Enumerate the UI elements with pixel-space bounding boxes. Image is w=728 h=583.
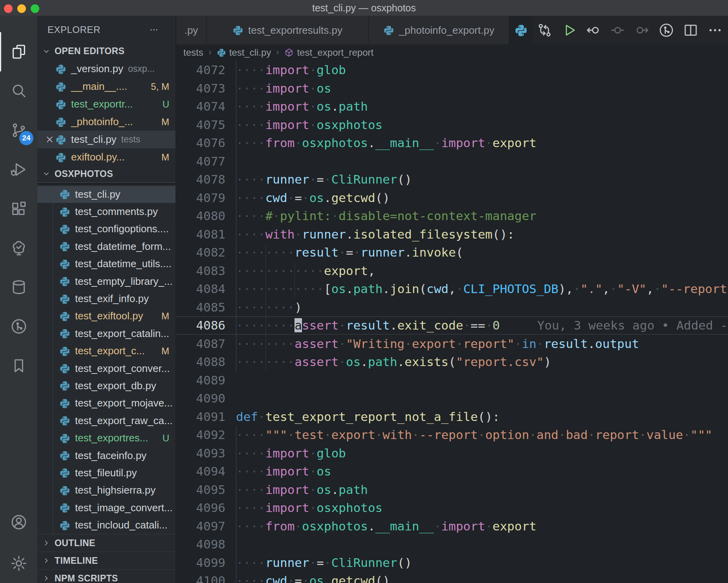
account-icon[interactable] bbox=[0, 503, 37, 542]
code-line-4100[interactable]: 4100····cwd·=·os.getcwd() bbox=[176, 572, 728, 583]
source-control-icon[interactable]: 24 bbox=[0, 111, 37, 150]
code-line-4078[interactable]: 4078····runner·=·CliRunner() bbox=[176, 170, 728, 189]
tab-scrolled-partial[interactable]: .py bbox=[176, 16, 207, 44]
line-number[interactable]: 4085 bbox=[176, 298, 236, 317]
tree-item-test_clipy[interactable]: test_cli.py bbox=[37, 186, 176, 203]
line-number[interactable]: 4094 bbox=[176, 462, 236, 481]
tree-item-test_datetime_utils[interactable]: test_datetime_utils.... bbox=[37, 255, 176, 273]
tree-item-test_faceinfopy[interactable]: test_faceinfo.py bbox=[37, 447, 176, 464]
tree-item-test_export_mojave[interactable]: test_export_mojave... bbox=[37, 395, 176, 412]
line-number[interactable]: 4099 bbox=[176, 554, 236, 572]
code-line-4074[interactable]: 4074····import·os.path bbox=[176, 97, 728, 116]
code-line-4081[interactable]: 4081····with·runner.isolated_filesystem(… bbox=[176, 225, 728, 244]
code-line-4072[interactable]: 4072····import·glob bbox=[176, 61, 728, 79]
bookmarks-icon[interactable] bbox=[0, 346, 37, 385]
line-number[interactable]: 4075 bbox=[176, 116, 236, 134]
line-number[interactable]: 4078 bbox=[176, 170, 236, 189]
line-number[interactable]: 4090 bbox=[176, 389, 236, 408]
open-editor-item[interactable]: __main__....5, M bbox=[37, 78, 176, 95]
line-number[interactable]: 4080 bbox=[176, 207, 236, 225]
code-line-4093[interactable]: 4093····import·glob bbox=[176, 444, 728, 463]
breadcrumb-item-tests[interactable]: tests bbox=[183, 47, 203, 58]
code-line-4082[interactable]: 4082········result·=·runner.invoke( bbox=[176, 243, 728, 262]
sidebar-section-outline[interactable]: OUTLINE bbox=[37, 534, 176, 552]
line-number[interactable]: 4079 bbox=[176, 189, 236, 207]
line-number[interactable]: 4087 bbox=[176, 335, 236, 353]
tree-item-test_datetime_form[interactable]: test_datetime_form... bbox=[37, 238, 176, 255]
code-line-4096[interactable]: 4096····import·osxphotos bbox=[176, 499, 728, 517]
code-line-4075[interactable]: 4075····import·osxphotos bbox=[176, 116, 728, 134]
line-number[interactable]: 4076 bbox=[176, 134, 236, 152]
tab-_photoinfo_exportpy[interactable]: _photoinfo_export.py bbox=[369, 16, 509, 44]
settings-gear-icon[interactable] bbox=[0, 544, 37, 583]
tree-item-test_export_raw_ca[interactable]: test_export_raw_ca... bbox=[37, 412, 176, 429]
commit-graph-button[interactable] bbox=[658, 22, 675, 38]
project-section-header[interactable]: OSXPHOTOS bbox=[37, 165, 176, 183]
line-number[interactable]: 4095 bbox=[176, 481, 236, 499]
tree-item-test_commentspy[interactable]: test_comments.py bbox=[37, 203, 176, 220]
line-number[interactable]: 4089 bbox=[176, 371, 236, 390]
open-editor-item[interactable]: exiftool.py...M bbox=[37, 148, 176, 166]
tree-item-test_exif_infopy[interactable]: test_exif_info.py bbox=[37, 290, 176, 307]
line-number[interactable]: 4097 bbox=[176, 517, 236, 536]
breadcrumb-item-test_export_report[interactable]: test_export_report bbox=[284, 47, 373, 58]
line-number[interactable]: 4082 bbox=[176, 243, 236, 262]
line-number[interactable]: 4098 bbox=[176, 535, 236, 554]
tree-item-test_empty_library_[interactable]: test_empty_library_... bbox=[37, 273, 176, 290]
code-line-4077[interactable]: 4077 bbox=[176, 152, 728, 171]
line-number[interactable]: 4074 bbox=[176, 97, 236, 116]
line-number[interactable]: 4084 bbox=[176, 280, 236, 298]
record-button[interactable] bbox=[609, 22, 626, 38]
open-changes-button[interactable] bbox=[536, 22, 553, 38]
tab-test_exportresultspy[interactable]: test_exportresults.py bbox=[207, 16, 369, 44]
step-back-button[interactable] bbox=[585, 22, 602, 38]
code-line-4098[interactable]: 4098 bbox=[176, 535, 728, 554]
line-number[interactable]: 4083 bbox=[176, 262, 236, 280]
code-line-4091[interactable]: 4091def·test_export_report_not_a_file(): bbox=[176, 408, 728, 426]
code-line-4085[interactable]: 4085········) bbox=[176, 298, 728, 317]
line-number[interactable]: 4086 bbox=[176, 316, 236, 335]
git-graph-icon[interactable] bbox=[0, 307, 37, 346]
open-editor-item[interactable]: test_exportr...U bbox=[37, 95, 176, 113]
tree-item-test_export_conver[interactable]: test_export_conver... bbox=[37, 360, 176, 377]
database-icon[interactable] bbox=[0, 268, 37, 307]
tree-item-test_export_c[interactable]: test_export_c...M bbox=[37, 343, 176, 360]
open-editor-item[interactable]: _photoinfo_...M bbox=[37, 113, 176, 131]
line-number[interactable]: 4081 bbox=[176, 225, 236, 244]
line-number[interactable]: 4088 bbox=[176, 353, 236, 371]
tree-item-test_highsierrapy[interactable]: test_highsierra.py bbox=[37, 482, 176, 499]
code-line-4095[interactable]: 4095····import·os.path bbox=[176, 481, 728, 499]
split-editor-button[interactable] bbox=[682, 22, 699, 38]
tree-item-test_exiftoolpy[interactable]: test_exiftool.pyM bbox=[37, 308, 176, 325]
line-number[interactable]: 4077 bbox=[176, 152, 236, 171]
explorer-icon[interactable] bbox=[0, 32, 37, 71]
open-editor-item[interactable]: test_cli.pytests bbox=[37, 131, 176, 148]
line-number[interactable]: 4096 bbox=[176, 499, 236, 517]
code-line-4076[interactable]: 4076····from·osxphotos.__main__·import·e… bbox=[176, 134, 728, 152]
sidebar-section-npm-scripts[interactable]: NPM SCRIPTS bbox=[37, 569, 176, 583]
line-number[interactable]: 4093 bbox=[176, 444, 236, 463]
more-actions-button[interactable] bbox=[707, 22, 723, 38]
line-number[interactable]: 4100 bbox=[176, 572, 236, 583]
code-line-4084[interactable]: 4084············[os.path.join(cwd,·CLI_P… bbox=[176, 280, 728, 298]
tree-item-test_configoptions[interactable]: test_configoptions.... bbox=[37, 220, 176, 238]
line-number[interactable]: 4072 bbox=[176, 61, 236, 79]
code-line-4089[interactable]: 4089 bbox=[176, 371, 728, 390]
code-line-4086[interactable]: 4086········assert·result.exit_code·==·0… bbox=[176, 316, 728, 335]
tree-item-test_image_convert[interactable]: test_image_convert... bbox=[37, 499, 176, 516]
code-line-4097[interactable]: 4097····from·osxphotos.__main__·import·e… bbox=[176, 517, 728, 536]
code-line-4079[interactable]: 4079····cwd·=·os.getcwd() bbox=[176, 189, 728, 207]
code-line-4088[interactable]: 4088········assert·os.path.exists("repor… bbox=[176, 353, 728, 371]
tree-item-test_export_catalin[interactable]: test_export_catalin... bbox=[37, 325, 176, 342]
tree-item-test_fileutilpy[interactable]: test_fileutil.py bbox=[37, 464, 176, 481]
tree-item-test_incloud_catali[interactable]: test_incloud_catali... bbox=[37, 516, 176, 534]
code-editor[interactable]: 4072····import·glob4073····import·os4074… bbox=[176, 61, 728, 583]
test-explorer-icon[interactable] bbox=[0, 228, 37, 268]
code-line-4094[interactable]: 4094····import·os bbox=[176, 462, 728, 481]
explorer-more-actions-icon[interactable] bbox=[148, 25, 160, 35]
extensions-icon[interactable] bbox=[0, 189, 37, 228]
line-number[interactable]: 4091 bbox=[176, 408, 236, 426]
run-and-debug-icon[interactable] bbox=[0, 150, 37, 189]
line-number[interactable]: 4073 bbox=[176, 79, 236, 98]
breadcrumb-item-test_clipy[interactable]: test_cli.py bbox=[217, 47, 271, 58]
